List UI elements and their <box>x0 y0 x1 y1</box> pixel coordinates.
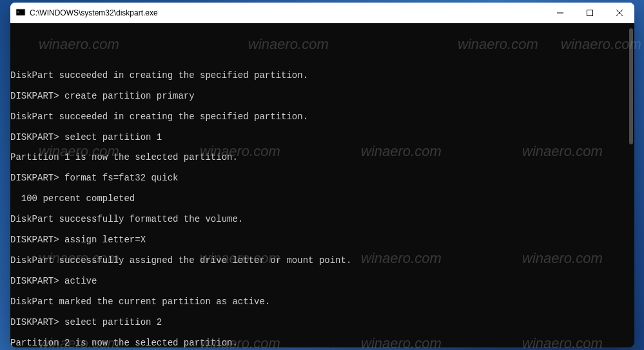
window-controls <box>545 3 634 23</box>
maximize-button[interactable] <box>575 3 605 23</box>
terminal-line: Partition 1 is now the selected partitio… <box>10 148 634 168</box>
terminal-line: Partition 2 is now the selected partitio… <box>10 333 634 347</box>
terminal-line: DiskPart marked the current partition as… <box>10 292 634 313</box>
terminal-line: DISKPART> active <box>10 271 634 292</box>
app-icon: >_ <box>15 8 26 18</box>
terminal-line: DISKPART> assign letter=X <box>10 230 634 251</box>
titlebar[interactable]: >_ C:\WINDOWS\system32\diskpart.exe <box>10 3 634 23</box>
terminal-line: DiskPart successfully assigned the drive… <box>10 251 634 271</box>
close-button[interactable] <box>605 3 634 23</box>
terminal-line: DiskPart successfully formatted the volu… <box>10 209 634 230</box>
terminal-line: DiskPart succeeded in creating the speci… <box>10 107 634 128</box>
terminal-output: DiskPart succeeded in creating the speci… <box>10 66 634 347</box>
minimize-button[interactable] <box>545 3 575 23</box>
svg-rect-4 <box>587 10 593 16</box>
terminal-area[interactable]: DiskPart succeeded in creating the speci… <box>10 23 634 347</box>
terminal-line: DISKPART> select partition 1 <box>10 128 634 148</box>
terminal-line: DiskPart succeeded in creating the speci… <box>10 66 634 86</box>
window-title: C:\WINDOWS\system32\diskpart.exe <box>30 8 545 17</box>
terminal-line: 100 percent completed <box>10 189 634 209</box>
terminal-line: DISKPART> format fs=fat32 quick <box>10 168 634 189</box>
svg-text:>_: >_ <box>17 10 22 14</box>
terminal-line: DISKPART> select partition 2 <box>10 313 634 333</box>
terminal-line: DISKPART> create partition primary <box>10 86 634 107</box>
diskpart-window: >_ C:\WINDOWS\system32\diskpart.exe Disk… <box>10 3 634 347</box>
